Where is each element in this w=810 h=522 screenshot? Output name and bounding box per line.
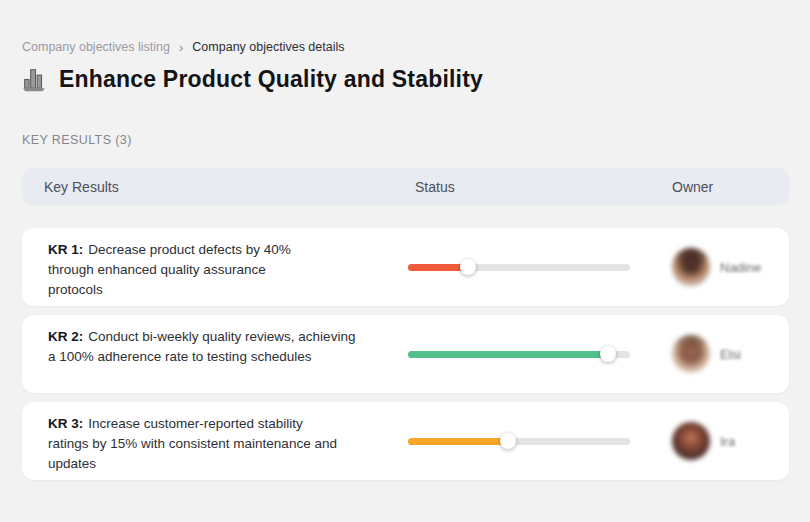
objective-details-page: Company objectives listing › Company obj… [0, 0, 810, 522]
owner-cell: Ira [630, 422, 789, 460]
objective-title-row: Enhance Product Quality and Stability [22, 66, 483, 93]
owner-name: Nadine [720, 260, 761, 275]
table-rows: KR 1:Decrease product defects by 40% thr… [22, 228, 789, 480]
progress-thumb[interactable] [500, 433, 516, 449]
column-header-key-results: Key Results [22, 179, 408, 195]
progress-fill [408, 351, 608, 358]
key-results-table: Key Results Status Owner KR 1:Decrease p… [22, 168, 789, 480]
key-result-text: KR 1:Decrease product defects by 40% thr… [22, 228, 408, 300]
column-header-owner: Owner [630, 179, 789, 195]
key-result-row-2[interactable]: KR 2:Conduct bi-weekly quality reviews, … [22, 315, 789, 393]
status-cell [408, 351, 630, 358]
status-cell [408, 438, 630, 445]
progress-slider[interactable] [408, 438, 630, 445]
kr-label: KR 3: [48, 416, 83, 431]
key-result-text: KR 3:Increase customer-reported stabilit… [22, 402, 408, 474]
key-result-text: KR 2:Conduct bi-weekly quality reviews, … [22, 315, 408, 367]
owner-name: Elsi [720, 347, 741, 362]
breadcrumb-current-details: Company objectives details [192, 40, 344, 54]
owner-name: Ira [720, 434, 735, 449]
progress-thumb[interactable] [600, 346, 616, 362]
progress-slider[interactable] [408, 351, 630, 358]
owner-avatar [672, 422, 710, 460]
progress-fill [408, 438, 508, 445]
kr-description: Decrease product defects by 40% through … [48, 242, 291, 297]
owner-cell: Nadine [630, 248, 789, 286]
status-cell [408, 264, 630, 271]
owner-avatar [672, 248, 710, 286]
kr-label: KR 2: [48, 329, 83, 344]
key-result-row-3[interactable]: KR 3:Increase customer-reported stabilit… [22, 402, 789, 480]
kr-label: KR 1: [48, 242, 83, 257]
key-results-section-label: KEY RESULTS (3) [22, 133, 132, 147]
owner-cell: Elsi [630, 335, 789, 373]
table-header: Key Results Status Owner [22, 168, 789, 205]
progress-thumb[interactable] [460, 259, 476, 275]
chevron-right-icon: › [179, 40, 183, 54]
kr-description: Increase customer-reported stability rat… [48, 416, 337, 471]
breadcrumb-link-listing[interactable]: Company objectives listing [22, 40, 170, 54]
kr-description: Conduct bi-weekly quality reviews, achie… [48, 329, 355, 364]
owner-avatar [672, 335, 710, 373]
column-header-status: Status [408, 179, 630, 195]
progress-fill [408, 264, 468, 271]
buildings-icon [22, 67, 48, 92]
progress-slider[interactable] [408, 264, 630, 271]
breadcrumb: Company objectives listing › Company obj… [22, 40, 345, 54]
key-result-row-1[interactable]: KR 1:Decrease product defects by 40% thr… [22, 228, 789, 306]
page-title: Enhance Product Quality and Stability [59, 66, 483, 93]
